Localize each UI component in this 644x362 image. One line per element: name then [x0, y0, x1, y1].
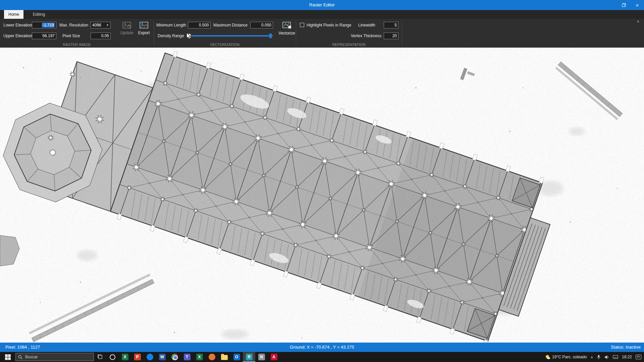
taskbar-app-edge[interactable] [144, 352, 156, 362]
taskbar-app-excel[interactable]: X [119, 352, 131, 362]
lower-elevation-field[interactable]: -1.719 [32, 22, 56, 28]
density-range-slider[interactable] [188, 32, 273, 40]
chevron-down-icon: ▼ [106, 23, 109, 27]
max-resolution-label: Max. Resolution [59, 21, 88, 29]
taskbar-app-powerpoint[interactable]: P [131, 352, 144, 362]
notification-center-button[interactable] [636, 355, 641, 359]
update-button[interactable]: Update [117, 20, 136, 41]
group-separator [402, 21, 402, 44]
raster-editor-window: { "window": { "title": "Raster Editor" }… [0, 0, 644, 362]
taskbar-app-notepad[interactable]: N [255, 352, 268, 362]
task-view-icon [98, 354, 103, 360]
upper-elevation-field[interactable]: 56.197 [32, 33, 56, 39]
collapse-ribbon-chevron-icon[interactable]: ∧ [637, 19, 639, 23]
clock[interactable]: 18:22 [622, 355, 632, 359]
taskbar-app-chrome[interactable] [168, 352, 181, 362]
weather-widget[interactable]: 19°C Parc. soleado [545, 354, 587, 360]
slider-left-thumb[interactable] [189, 34, 191, 38]
microphone-icon[interactable] [597, 355, 601, 360]
taskbar-app-raster-editor[interactable]: R [243, 352, 255, 362]
title-bar: Raster Editor × [0, 0, 644, 10]
linewidth-label: Linewidth [358, 21, 375, 29]
tab-home[interactable]: Home [4, 10, 23, 19]
task-view-button[interactable] [94, 352, 106, 362]
vertex-thickness-label: Vertex Thickness [351, 32, 381, 40]
status-state: Status: Inactive [611, 343, 641, 352]
raster-canvas[interactable] [0, 48, 644, 343]
search-icon [18, 355, 22, 359]
taskbar-app-teams[interactable]: T [181, 352, 193, 362]
taskbar-app-firefox[interactable] [206, 352, 218, 362]
vectorize-icon [282, 22, 291, 29]
taskbar-app-acrobat[interactable]: A [268, 352, 280, 362]
show-hidden-icons-chevron[interactable]: ∧ [591, 355, 593, 359]
group-separator [296, 21, 296, 44]
ribbon: Lower Elevation -1.719 Max. Resolution 4… [0, 19, 644, 48]
touch-keyboard-icon[interactable] [613, 355, 618, 359]
export-image-icon [140, 22, 148, 28]
taskbar-app-excel-doc[interactable]: X [193, 352, 206, 362]
taskbar-app-file-explorer[interactable] [218, 352, 230, 362]
linewidth-field[interactable]: 5 [384, 22, 398, 28]
close-icon: × [636, 2, 639, 8]
slider-fill [191, 35, 269, 37]
minimum-length-label: Minimum Length [156, 21, 186, 29]
notification-icon [636, 355, 641, 359]
minimum-length-field[interactable]: 0.500 [188, 22, 211, 28]
close-window-button[interactable]: × [631, 0, 644, 10]
restore-icon [622, 3, 626, 7]
maximum-distance-label: Maximum Distance [213, 21, 248, 29]
export-button[interactable]: Export [136, 20, 152, 41]
taskbar-search-box[interactable] [15, 353, 94, 361]
status-ground: Ground: X = -70.674 , Y = 43.275 [290, 343, 354, 352]
slider-right-thumb[interactable] [269, 34, 272, 38]
lower-elevation-label: Lower Elevation [3, 21, 32, 29]
search-input[interactable] [24, 354, 82, 360]
taskbar-app-alarms-clock[interactable] [106, 352, 119, 362]
upper-elevation-label: Upper Elevation [3, 32, 32, 40]
maximum-distance-field[interactable]: 0.050 [250, 22, 273, 28]
pixel-size-field[interactable]: 0.05 [91, 33, 111, 39]
representation-group-label: REPRESENTATION [296, 42, 402, 47]
ribbon-tab-row: Home Editing [0, 10, 644, 19]
start-button[interactable] [0, 352, 15, 362]
vectorization-group-label: VECTORIZATION [154, 42, 296, 47]
raster-image-group-label: RASTER IMAGE [0, 42, 154, 47]
vertex-thickness-field[interactable]: 20 [384, 33, 398, 39]
windows-logo-icon [5, 354, 11, 360]
taskbar-app-outlook[interactable]: O [230, 352, 243, 362]
taskbar-app-icons: XPWTXORNA [106, 352, 280, 362]
highlight-pixels-label[interactable]: Highlight Pixels in Range [307, 21, 351, 29]
cathedral-plan-raster [0, 48, 644, 343]
pixel-size-label: Pixel Size [62, 32, 80, 40]
group-separator [154, 21, 154, 44]
weather-text: 19°C Parc. soleado [552, 355, 587, 359]
system-tray: 19°C Parc. soleado ∧ [545, 354, 644, 360]
taskbar: XPWTXORNA 19°C Parc. soleado ∧ [0, 352, 644, 362]
max-resolution-dropdown[interactable]: 4096 ▼ [91, 22, 111, 28]
window-title: Raster Editor [0, 0, 644, 10]
taskbar-app-word[interactable]: W [156, 352, 168, 362]
sun-cloud-icon [545, 354, 550, 360]
status-pixel: Pixel: 1084 , 1127 [5, 343, 40, 352]
speaker-icon[interactable] [604, 355, 609, 359]
highlight-pixels-checkbox[interactable] [300, 23, 304, 27]
update-image-icon [122, 22, 131, 28]
restore-window-button[interactable] [617, 0, 631, 10]
vectorize-button[interactable]: Vectorize [277, 20, 297, 41]
status-bar: Pixel: 1084 , 1127 Ground: X = -70.674 ,… [0, 343, 644, 352]
tab-editing[interactable]: Editing [28, 10, 50, 19]
density-range-label: Density Range [158, 32, 184, 40]
